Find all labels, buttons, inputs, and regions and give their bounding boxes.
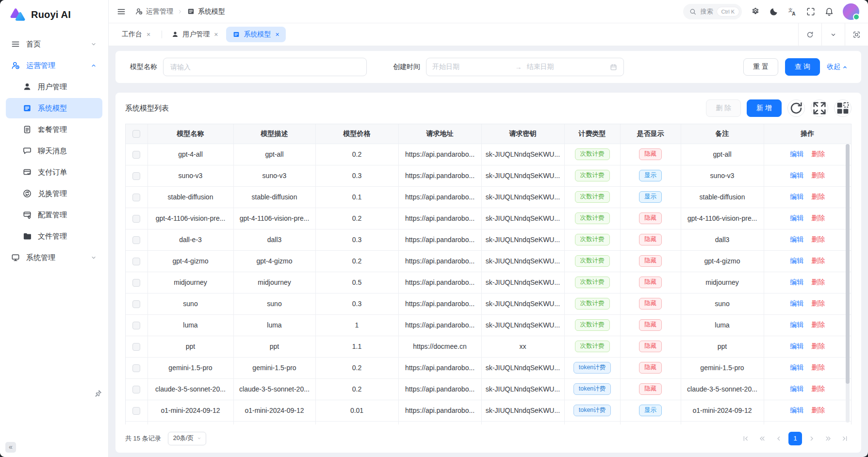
breadcrumb-item[interactable]: 运营管理 <box>135 7 173 16</box>
notifications-bell-icon[interactable] <box>824 7 834 16</box>
brand[interactable]: Ruoyi AI <box>0 0 108 29</box>
create-time-range-input[interactable]: 开始日期 → 结束日期 <box>426 58 624 76</box>
user-avatar[interactable] <box>843 3 859 20</box>
tab-2[interactable]: 系统模型 × <box>226 27 285 42</box>
sidebar-item[interactable]: 系统管理 <box>6 247 102 268</box>
row-checkbox[interactable] <box>132 407 140 415</box>
breadcrumb-item[interactable]: 系统模型 <box>187 7 225 16</box>
sidebar-item[interactable]: 文件管理 <box>6 226 102 246</box>
collapse-filter-link[interactable]: 收起 <box>827 63 849 71</box>
column-settings-button[interactable] <box>834 99 852 117</box>
row-checkbox[interactable] <box>132 386 140 393</box>
edit-row-link[interactable]: 编辑 <box>790 193 803 200</box>
cell-request-key: sk-JIUQLNndqSeKWU... <box>481 250 564 272</box>
sidebar-item[interactable]: 套餐管理 <box>6 119 102 140</box>
sidebar-item[interactable]: 系统模型 <box>6 98 102 118</box>
cell-model-desc <box>233 421 315 424</box>
edit-row-link[interactable]: 编辑 <box>790 257 803 264</box>
edit-row-link[interactable]: 编辑 <box>790 385 803 392</box>
edit-row-link[interactable]: 编辑 <box>790 171 803 179</box>
collapse-sidebar-button[interactable]: « <box>5 442 16 453</box>
delete-row-link[interactable]: 删除 <box>811 257 825 264</box>
pagination-page-1[interactable]: 1 <box>788 432 802 445</box>
pagination-prev-button[interactable] <box>772 432 786 445</box>
delete-row-link[interactable]: 删除 <box>811 385 825 392</box>
tab-0[interactable]: 工作台 × <box>115 27 157 42</box>
sidebar-item[interactable]: 支付订单 <box>6 162 102 182</box>
cell-remark: claude-3-5-sonnet-20... <box>681 378 764 400</box>
close-tab-icon[interactable]: × <box>214 31 218 38</box>
row-checkbox[interactable] <box>132 215 140 223</box>
delete-row-link[interactable]: 删除 <box>811 406 825 414</box>
row-checkbox[interactable] <box>132 151 140 159</box>
pagination-last-button[interactable] <box>838 432 852 445</box>
edit-row-link[interactable]: 编辑 <box>790 299 803 307</box>
pagination-first-button[interactable] <box>739 432 753 445</box>
delete-row-link[interactable]: 删除 <box>811 193 825 200</box>
delete-row-link[interactable]: 删除 <box>811 171 825 179</box>
sidebar-item[interactable]: 首页 <box>6 34 102 54</box>
delete-row-link[interactable]: 删除 <box>811 299 825 307</box>
sidebar-toggle-icon[interactable] <box>116 7 126 16</box>
refresh-table-button[interactable] <box>787 99 805 117</box>
row-checkbox[interactable] <box>132 194 140 201</box>
fullscreen-icon[interactable] <box>806 7 816 16</box>
delete-row-link[interactable]: 删除 <box>811 321 825 328</box>
edit-row-link[interactable]: 编辑 <box>790 406 803 414</box>
sidebar-item[interactable]: 兑换管理 <box>6 183 102 204</box>
row-checkbox[interactable] <box>132 236 140 244</box>
tab-1[interactable]: 用户管理 × <box>165 27 224 42</box>
row-checkbox[interactable] <box>132 300 140 308</box>
refresh-page-button[interactable] <box>798 23 821 46</box>
row-checkbox[interactable] <box>132 322 140 329</box>
page-prev5-icon <box>758 435 766 442</box>
sidebar-item[interactable]: 配置管理 <box>6 205 102 225</box>
row-checkbox[interactable] <box>132 172 140 180</box>
delete-row-link[interactable]: 删除 <box>811 235 825 243</box>
row-checkbox[interactable] <box>132 343 140 351</box>
pagination-next-jump-button[interactable] <box>821 432 835 445</box>
scrollbar-thumb[interactable] <box>846 144 850 384</box>
cell-request-url: https://api.pandarobo... <box>398 250 481 272</box>
pin-icon[interactable] <box>94 389 102 398</box>
delete-row-link[interactable]: 删除 <box>811 214 825 222</box>
select-all-checkbox[interactable] <box>132 130 140 138</box>
tabs-menu-chevron-button[interactable] <box>821 23 845 46</box>
row-checkbox[interactable] <box>132 364 140 372</box>
row-checkbox[interactable] <box>132 258 140 265</box>
edit-row-link[interactable]: 编辑 <box>790 342 803 350</box>
sidebar-item[interactable]: 聊天消息 <box>6 141 102 161</box>
add-model-button[interactable]: 新 增 <box>747 99 782 117</box>
close-tab-icon[interactable]: × <box>275 31 279 38</box>
global-search[interactable]: 搜索 Ctrl K <box>683 4 742 19</box>
delete-row-link[interactable]: 删除 <box>811 342 825 350</box>
search-button[interactable]: 查 询 <box>785 58 820 76</box>
language-translate-icon[interactable]: 文A <box>787 7 797 16</box>
dark-mode-moon-icon[interactable] <box>769 7 779 16</box>
delete-selected-button[interactable]: 删 除 <box>706 99 741 117</box>
delete-row-link[interactable]: 删除 <box>811 363 825 371</box>
table-header-row: 模型名称模型描述模型价格请求地址请求密钥计费类型是否显示备注操作 <box>126 124 851 144</box>
pagination-next-button[interactable] <box>805 432 819 445</box>
model-name-input[interactable] <box>163 58 367 76</box>
reset-button[interactable]: 重 置 <box>743 58 778 76</box>
edit-row-link[interactable]: 编辑 <box>790 214 803 222</box>
page-size-select[interactable]: 20条/页 <box>168 432 206 445</box>
edit-row-link[interactable]: 编辑 <box>790 363 803 371</box>
sidebar-item[interactable]: 运营管理 <box>6 55 102 76</box>
maximize-content-button[interactable] <box>845 23 868 46</box>
edit-row-link[interactable]: 编辑 <box>790 278 803 286</box>
edit-row-link[interactable]: 编辑 <box>790 321 803 328</box>
expand-table-button[interactable] <box>811 99 828 117</box>
close-tab-icon[interactable]: × <box>147 31 150 38</box>
edit-row-link[interactable]: 编辑 <box>790 150 803 158</box>
billing-type-badge: 次数计费 <box>575 319 610 331</box>
table-scrollbar[interactable] <box>846 144 850 423</box>
settings-gear-icon[interactable] <box>751 7 760 16</box>
delete-row-link[interactable]: 删除 <box>811 278 825 286</box>
sidebar-item[interactable]: 用户管理 <box>6 77 102 97</box>
row-checkbox[interactable] <box>132 279 140 287</box>
pagination-prev-jump-button[interactable] <box>755 432 769 445</box>
edit-row-link[interactable]: 编辑 <box>790 235 803 243</box>
delete-row-link[interactable]: 删除 <box>811 150 825 158</box>
